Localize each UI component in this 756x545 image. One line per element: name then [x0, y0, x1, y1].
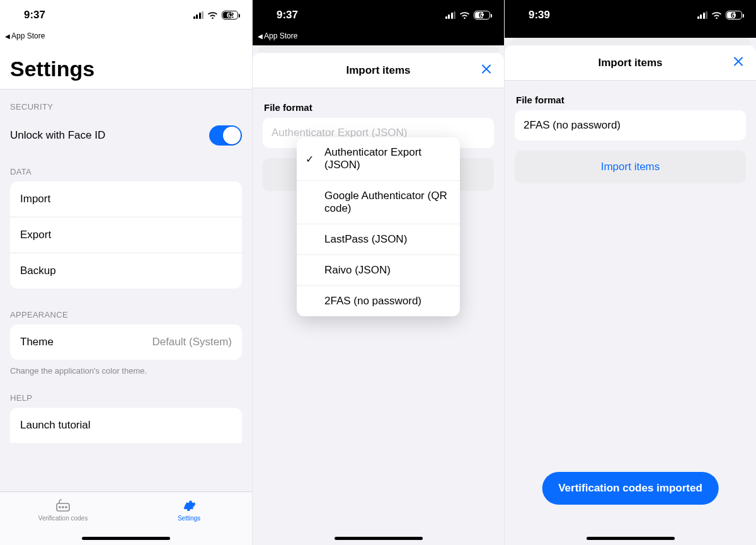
home-indicator[interactable]: [82, 537, 170, 540]
screenshot-import-done: 9:39 61 Import items File format 2FAS (n…: [504, 0, 756, 545]
svg-point-2: [62, 507, 64, 508]
dropdown-option[interactable]: 2FAS (no password): [297, 285, 460, 316]
breadcrumb[interactable]: ◀App Store: [253, 30, 504, 45]
close-icon[interactable]: [478, 60, 495, 81]
dropdown-option[interactable]: LastPass (JSON): [297, 224, 460, 255]
dropdown-option[interactable]: ✓ Authenticator Export (JSON): [297, 137, 460, 180]
status-time: 9:37: [24, 9, 45, 21]
row-faceid[interactable]: Unlock with Face ID: [0, 117, 252, 154]
status-right: 62: [445, 11, 491, 20]
breadcrumb[interactable]: ◀App Store: [0, 30, 252, 45]
close-icon[interactable]: [730, 52, 747, 73]
screenshot-import-dropdown: 9:37 62 ◀App Store Import items File for…: [252, 0, 504, 545]
import-items-button[interactable]: Import items: [515, 151, 746, 183]
appearance-card: Theme Default (System): [10, 324, 242, 360]
back-triangle-icon: ◀: [258, 33, 263, 40]
home-indicator[interactable]: [335, 537, 423, 540]
sheet-body: File format Authenticator Export (JSON) …: [253, 88, 504, 545]
status-bar: 9:37 62: [0, 0, 252, 30]
help-card: Launch tutorial: [10, 408, 242, 443]
sheet-back-layer: [258, 45, 499, 53]
svg-point-1: [59, 507, 60, 508]
toast-imported: Vertification codes imported: [542, 472, 719, 505]
theme-label: Theme: [20, 336, 54, 348]
row-import[interactable]: Import: [10, 181, 242, 217]
checkmark-icon: ✓: [306, 153, 314, 165]
appearance-footnote: Change the application's color theme.: [0, 366, 252, 389]
home-indicator[interactable]: [587, 537, 675, 540]
wifi-icon: [459, 11, 470, 20]
wifi-icon: [207, 11, 218, 20]
cellular-icon: [697, 11, 708, 19]
sheet-header: Import items: [505, 45, 756, 81]
field-label-file-format: File format: [263, 98, 494, 118]
codes-icon: [55, 498, 71, 512]
status-time: 9:37: [277, 9, 298, 21]
section-appearance-label: APPEARANCE: [0, 306, 252, 324]
import-sheet: Import items File format 2FAS (no passwo…: [505, 45, 756, 545]
theme-value: Default (System): [152, 336, 232, 348]
status-bar: 9:39 61: [505, 0, 756, 30]
field-label-file-format: File format: [515, 91, 746, 110]
battery-icon: 62: [222, 11, 238, 20]
cellular-icon: [193, 11, 204, 19]
wifi-icon: [711, 11, 722, 20]
cellular-icon: [445, 11, 456, 19]
tab-codes-label: Verification codes: [38, 515, 88, 522]
section-help-label: HELP: [0, 389, 252, 408]
file-format-select[interactable]: 2FAS (no password): [515, 110, 746, 141]
status-right: 62: [193, 11, 239, 20]
dropdown-option[interactable]: Raivo (JSON): [297, 255, 460, 285]
battery-icon: 62: [474, 11, 490, 20]
page-title: Settings: [0, 45, 252, 89]
gear-icon: [181, 498, 197, 512]
status-bar: 9:37 62: [253, 0, 504, 30]
tab-settings-label: Settings: [178, 515, 200, 522]
battery-icon: 61: [726, 11, 742, 20]
import-sheet: Import items File format Authenticator E…: [253, 53, 504, 545]
sheet-title: Import items: [346, 64, 410, 77]
settings-body: SECURITY Unlock with Face ID DATA Import…: [0, 89, 252, 491]
file-format-dropdown: ✓ Authenticator Export (JSON) Google Aut…: [297, 137, 460, 316]
screenshot-settings: 9:37 62 ◀App Store Settings SECURITY Unl…: [0, 0, 252, 545]
sheet-header: Import items: [253, 53, 504, 88]
status-spacer: [505, 30, 756, 38]
sheet-title: Import items: [598, 57, 662, 69]
status-right: 61: [697, 11, 743, 20]
row-backup[interactable]: Backup: [10, 253, 242, 289]
data-card: Import Export Backup: [10, 181, 242, 289]
sheet-back-layer: [510, 38, 751, 45]
faceid-toggle[interactable]: [209, 125, 242, 146]
section-data-label: DATA: [0, 163, 252, 181]
status-time: 9:39: [529, 9, 550, 21]
back-triangle-icon: ◀: [5, 33, 10, 40]
svg-point-3: [66, 507, 67, 508]
row-faceid-label: Unlock with Face ID: [10, 129, 105, 142]
dropdown-option[interactable]: Google Authenticator (QR code): [297, 180, 460, 224]
row-tutorial[interactable]: Launch tutorial: [10, 408, 242, 443]
section-security-label: SECURITY: [0, 98, 252, 117]
row-export[interactable]: Export: [10, 217, 242, 253]
row-theme[interactable]: Theme Default (System): [10, 324, 242, 360]
